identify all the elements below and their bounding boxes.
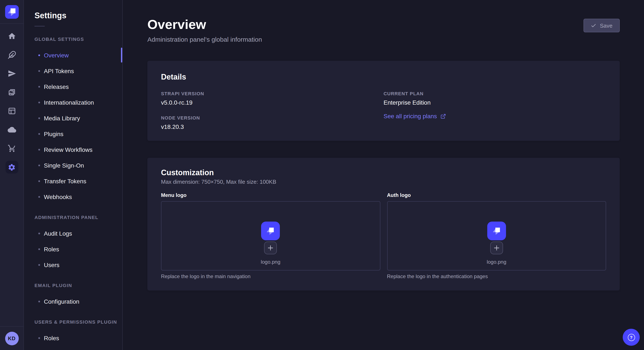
main-content: Overview Administration panel’s global i…	[123, 0, 644, 350]
rail-item-home[interactable]	[3, 28, 20, 45]
user-avatar[interactable]: KD	[5, 332, 18, 345]
details-card-title: Details	[161, 73, 606, 82]
section-users-permissions-plugin: USERS & PERMISSIONS PLUGIN	[34, 319, 122, 325]
bullet-icon	[38, 337, 40, 339]
menu-logo-hint: Replace the logo in the main navigation	[161, 273, 380, 279]
details-card: Details STRAPI VERSION v5.0.0-rc.19 NODE…	[147, 61, 620, 141]
layout-icon	[8, 107, 16, 115]
subnav-item-api-tokens[interactable]: API Tokens	[24, 63, 122, 79]
section-email-plugin: EMAIL PLUGIN	[34, 283, 122, 288]
settings-active-highlight	[5, 161, 18, 174]
subnav-item-audit-logs[interactable]: Audit Logs	[24, 225, 122, 241]
settings-subnav: Settings GLOBAL SETTINGS Overview API To…	[24, 0, 123, 350]
bullet-icon	[38, 232, 40, 234]
subnav-item-email-configuration[interactable]: Configuration	[24, 293, 122, 309]
bullet-icon	[38, 149, 40, 150]
subnav-list: GLOBAL SETTINGS Overview API Tokens Rele…	[24, 37, 122, 350]
bullet-icon	[38, 264, 40, 266]
menu-logo-filename: logo.png	[261, 259, 280, 265]
subnav-item-internationalization[interactable]: Internationalization	[24, 94, 122, 110]
subnav-divider	[34, 26, 45, 26]
auth-logo-dropzone[interactable]: logo.png	[387, 201, 606, 270]
subnav-title: Settings	[34, 11, 112, 20]
bullet-icon	[38, 86, 40, 87]
rail-item-media-library[interactable]	[3, 84, 20, 101]
subnav-item-media-library[interactable]: Media Library	[24, 110, 122, 126]
bullet-icon	[38, 101, 40, 103]
add-menu-logo-button[interactable]	[264, 242, 277, 254]
details-left-column: STRAPI VERSION v5.0.0-rc.19 NODE VERSION…	[161, 87, 384, 130]
details-right-column: CURRENT PLAN Enterprise Edition See all …	[384, 87, 606, 130]
strapi-mark-icon	[264, 224, 277, 237]
page-title: Overview	[147, 17, 262, 32]
rail-item-settings[interactable]	[3, 159, 20, 176]
add-auth-logo-button[interactable]	[490, 242, 503, 254]
strapi-admin-settings-page: KD Settings GLOBAL SETTINGS Overview API…	[0, 0, 644, 350]
rail-nav	[0, 24, 24, 176]
subnav-item-single-sign-on[interactable]: Single Sign-On	[24, 157, 122, 173]
details-grid: STRAPI VERSION v5.0.0-rc.19 NODE VERSION…	[161, 87, 606, 130]
subnav-header: Settings	[24, 0, 122, 26]
logo-uploads-row: Menu logo	[161, 192, 606, 279]
bullet-icon	[38, 117, 40, 119]
pricing-plans-link[interactable]: See all pricing plans	[384, 113, 606, 120]
subnav-item-review-workflows[interactable]: Review Workflows	[24, 142, 122, 157]
help-button[interactable]: ?	[623, 329, 640, 346]
gear-icon	[8, 163, 16, 171]
page-subtitle: Administration panel’s global informatio…	[147, 36, 262, 43]
rail-item-deploy[interactable]	[3, 121, 20, 138]
paper-plane-icon	[8, 69, 16, 78]
section-administration-panel: ADMINISTRATION PANEL	[34, 215, 122, 220]
menu-logo-dropzone[interactable]: logo.png	[161, 201, 380, 270]
rail-item-marketplace[interactable]	[3, 140, 20, 157]
question-mark-icon: ?	[628, 334, 635, 341]
rail-header	[0, 0, 24, 24]
external-link-icon	[440, 113, 446, 119]
main-nav-rail: KD	[0, 0, 24, 350]
feather-icon	[8, 51, 16, 59]
plus-icon	[494, 245, 500, 251]
rail-item-content-type-builder[interactable]	[3, 103, 20, 120]
bullet-icon	[38, 164, 40, 166]
check-icon	[591, 23, 596, 28]
strapi-mark-icon	[5, 5, 18, 18]
menu-logo-upload: Menu logo	[161, 192, 380, 279]
customization-constraints: Max dimension: 750×750, Max file size: 1…	[161, 178, 606, 185]
auth-logo-filename: logo.png	[486, 259, 506, 265]
subnav-item-transfer-tokens[interactable]: Transfer Tokens	[24, 173, 122, 189]
subnav-item-webhooks[interactable]: Webhooks	[24, 189, 122, 204]
bullet-icon	[38, 196, 40, 197]
subnav-item-overview[interactable]: Overview	[24, 47, 122, 63]
home-icon	[8, 32, 16, 40]
subnav-item-releases[interactable]: Releases	[24, 79, 122, 94]
bullet-icon	[38, 133, 40, 135]
subnav-item-admin-users[interactable]: Users	[24, 257, 122, 273]
active-indicator	[121, 48, 122, 62]
bullet-icon	[38, 54, 40, 56]
bullet-icon	[38, 301, 40, 302]
menu-logo-preview	[261, 222, 280, 240]
rail-footer: KD	[0, 326, 24, 350]
customization-card-title: Customization	[161, 169, 606, 177]
auth-logo-preview	[487, 222, 506, 240]
current-plan-field: CURRENT PLAN Enterprise Edition	[384, 91, 606, 106]
plus-icon	[268, 245, 274, 251]
subnav-item-up-roles[interactable]: Roles	[24, 330, 122, 346]
page-header-text: Overview Administration panel’s global i…	[147, 0, 262, 43]
customization-card: Customization Max dimension: 750×750, Ma…	[147, 158, 620, 291]
rail-item-content-manager[interactable]	[3, 46, 20, 63]
rail-item-releases[interactable]	[3, 65, 20, 82]
auth-logo-upload: Auth logo	[387, 192, 606, 279]
save-button[interactable]: Save	[584, 19, 620, 32]
subnav-item-admin-roles[interactable]: Roles	[24, 241, 122, 257]
page-header: Overview Administration panel’s global i…	[147, 0, 620, 43]
subnav-item-up-providers[interactable]: Providers	[24, 346, 122, 350]
node-version-field: NODE VERSION v18.20.3	[161, 115, 384, 130]
subnav-item-plugins[interactable]: Plugins	[24, 126, 122, 142]
bullet-icon	[38, 248, 40, 250]
strapi-logo[interactable]	[5, 5, 18, 18]
strapi-version-field: STRAPI VERSION v5.0.0-rc.19	[161, 91, 384, 106]
bullet-icon	[38, 180, 40, 182]
strapi-mark-icon	[490, 224, 503, 237]
bullet-icon	[38, 70, 40, 72]
